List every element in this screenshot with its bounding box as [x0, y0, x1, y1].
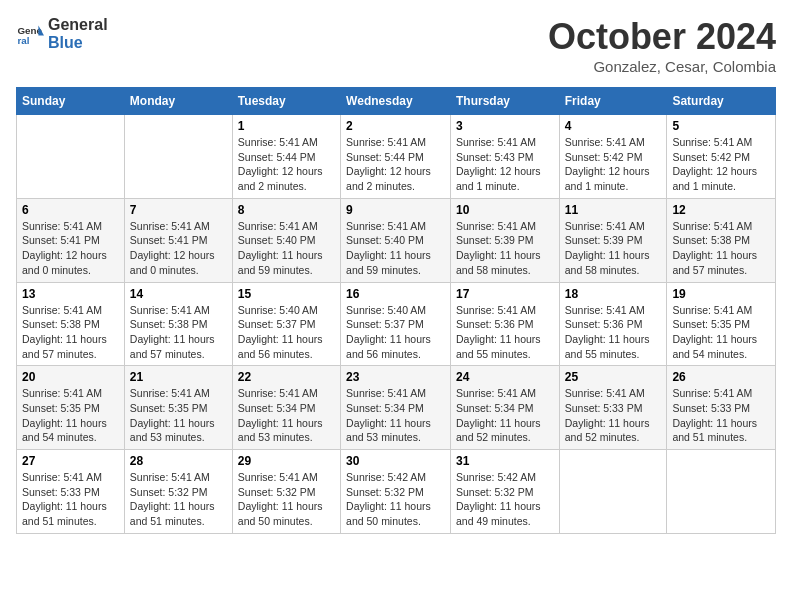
- calendar-body: 1Sunrise: 5:41 AM Sunset: 5:44 PM Daylig…: [17, 115, 776, 534]
- day-info: Sunrise: 5:41 AM Sunset: 5:42 PM Dayligh…: [672, 135, 770, 194]
- day-number: 25: [565, 370, 662, 384]
- day-info: Sunrise: 5:41 AM Sunset: 5:33 PM Dayligh…: [22, 470, 119, 529]
- weekday-header-monday: Monday: [124, 88, 232, 115]
- calendar-cell: [17, 115, 125, 199]
- calendar-cell: 1Sunrise: 5:41 AM Sunset: 5:44 PM Daylig…: [232, 115, 340, 199]
- calendar-header: SundayMondayTuesdayWednesdayThursdayFrid…: [17, 88, 776, 115]
- day-info: Sunrise: 5:41 AM Sunset: 5:35 PM Dayligh…: [672, 303, 770, 362]
- day-info: Sunrise: 5:40 AM Sunset: 5:37 PM Dayligh…: [238, 303, 335, 362]
- day-number: 8: [238, 203, 335, 217]
- calendar-week-3: 13Sunrise: 5:41 AM Sunset: 5:38 PM Dayli…: [17, 282, 776, 366]
- day-info: Sunrise: 5:41 AM Sunset: 5:35 PM Dayligh…: [22, 386, 119, 445]
- day-info: Sunrise: 5:41 AM Sunset: 5:32 PM Dayligh…: [238, 470, 335, 529]
- day-info: Sunrise: 5:41 AM Sunset: 5:38 PM Dayligh…: [22, 303, 119, 362]
- calendar-cell: 8Sunrise: 5:41 AM Sunset: 5:40 PM Daylig…: [232, 198, 340, 282]
- day-number: 19: [672, 287, 770, 301]
- calendar-cell: 3Sunrise: 5:41 AM Sunset: 5:43 PM Daylig…: [450, 115, 559, 199]
- calendar-cell: 31Sunrise: 5:42 AM Sunset: 5:32 PM Dayli…: [450, 450, 559, 534]
- day-number: 29: [238, 454, 335, 468]
- day-number: 21: [130, 370, 227, 384]
- day-info: Sunrise: 5:41 AM Sunset: 5:35 PM Dayligh…: [130, 386, 227, 445]
- day-info: Sunrise: 5:41 AM Sunset: 5:41 PM Dayligh…: [22, 219, 119, 278]
- day-number: 1: [238, 119, 335, 133]
- calendar-cell: 21Sunrise: 5:41 AM Sunset: 5:35 PM Dayli…: [124, 366, 232, 450]
- month-title: October 2024: [548, 16, 776, 58]
- logo-icon: Gene ral: [16, 20, 44, 48]
- day-info: Sunrise: 5:42 AM Sunset: 5:32 PM Dayligh…: [346, 470, 445, 529]
- calendar-cell: 10Sunrise: 5:41 AM Sunset: 5:39 PM Dayli…: [450, 198, 559, 282]
- calendar-cell: 23Sunrise: 5:41 AM Sunset: 5:34 PM Dayli…: [341, 366, 451, 450]
- day-number: 31: [456, 454, 554, 468]
- day-number: 30: [346, 454, 445, 468]
- calendar-cell: 6Sunrise: 5:41 AM Sunset: 5:41 PM Daylig…: [17, 198, 125, 282]
- day-number: 27: [22, 454, 119, 468]
- day-number: 5: [672, 119, 770, 133]
- day-info: Sunrise: 5:41 AM Sunset: 5:43 PM Dayligh…: [456, 135, 554, 194]
- day-info: Sunrise: 5:40 AM Sunset: 5:37 PM Dayligh…: [346, 303, 445, 362]
- day-info: Sunrise: 5:41 AM Sunset: 5:33 PM Dayligh…: [672, 386, 770, 445]
- day-info: Sunrise: 5:41 AM Sunset: 5:33 PM Dayligh…: [565, 386, 662, 445]
- title-block: October 2024 Gonzalez, Cesar, Colombia: [548, 16, 776, 75]
- day-number: 18: [565, 287, 662, 301]
- calendar-week-4: 20Sunrise: 5:41 AM Sunset: 5:35 PM Dayli…: [17, 366, 776, 450]
- location-title: Gonzalez, Cesar, Colombia: [548, 58, 776, 75]
- calendar-week-1: 1Sunrise: 5:41 AM Sunset: 5:44 PM Daylig…: [17, 115, 776, 199]
- day-number: 3: [456, 119, 554, 133]
- day-number: 28: [130, 454, 227, 468]
- calendar-cell: 28Sunrise: 5:41 AM Sunset: 5:32 PM Dayli…: [124, 450, 232, 534]
- svg-text:ral: ral: [17, 35, 29, 46]
- day-info: Sunrise: 5:41 AM Sunset: 5:32 PM Dayligh…: [130, 470, 227, 529]
- calendar-cell: 14Sunrise: 5:41 AM Sunset: 5:38 PM Dayli…: [124, 282, 232, 366]
- calendar-week-2: 6Sunrise: 5:41 AM Sunset: 5:41 PM Daylig…: [17, 198, 776, 282]
- day-info: Sunrise: 5:41 AM Sunset: 5:34 PM Dayligh…: [346, 386, 445, 445]
- weekday-header-sunday: Sunday: [17, 88, 125, 115]
- calendar-cell: [124, 115, 232, 199]
- calendar-cell: 27Sunrise: 5:41 AM Sunset: 5:33 PM Dayli…: [17, 450, 125, 534]
- day-info: Sunrise: 5:41 AM Sunset: 5:42 PM Dayligh…: [565, 135, 662, 194]
- calendar-cell: 19Sunrise: 5:41 AM Sunset: 5:35 PM Dayli…: [667, 282, 776, 366]
- calendar-cell: 9Sunrise: 5:41 AM Sunset: 5:40 PM Daylig…: [341, 198, 451, 282]
- weekday-header-thursday: Thursday: [450, 88, 559, 115]
- day-info: Sunrise: 5:41 AM Sunset: 5:40 PM Dayligh…: [238, 219, 335, 278]
- weekday-header-friday: Friday: [559, 88, 667, 115]
- day-number: 7: [130, 203, 227, 217]
- day-number: 15: [238, 287, 335, 301]
- day-number: 4: [565, 119, 662, 133]
- day-number: 22: [238, 370, 335, 384]
- day-info: Sunrise: 5:41 AM Sunset: 5:38 PM Dayligh…: [672, 219, 770, 278]
- calendar-cell: 30Sunrise: 5:42 AM Sunset: 5:32 PM Dayli…: [341, 450, 451, 534]
- day-number: 12: [672, 203, 770, 217]
- day-number: 2: [346, 119, 445, 133]
- calendar-cell: 22Sunrise: 5:41 AM Sunset: 5:34 PM Dayli…: [232, 366, 340, 450]
- calendar-cell: [667, 450, 776, 534]
- weekday-header-tuesday: Tuesday: [232, 88, 340, 115]
- calendar-cell: 12Sunrise: 5:41 AM Sunset: 5:38 PM Dayli…: [667, 198, 776, 282]
- day-info: Sunrise: 5:41 AM Sunset: 5:39 PM Dayligh…: [456, 219, 554, 278]
- day-info: Sunrise: 5:41 AM Sunset: 5:40 PM Dayligh…: [346, 219, 445, 278]
- calendar-cell: 5Sunrise: 5:41 AM Sunset: 5:42 PM Daylig…: [667, 115, 776, 199]
- calendar-cell: [559, 450, 667, 534]
- page-header: Gene ral General Blue October 2024 Gonza…: [16, 16, 776, 75]
- logo: Gene ral General Blue: [16, 16, 108, 52]
- calendar-cell: 26Sunrise: 5:41 AM Sunset: 5:33 PM Dayli…: [667, 366, 776, 450]
- day-info: Sunrise: 5:41 AM Sunset: 5:34 PM Dayligh…: [456, 386, 554, 445]
- day-number: 10: [456, 203, 554, 217]
- calendar-cell: 25Sunrise: 5:41 AM Sunset: 5:33 PM Dayli…: [559, 366, 667, 450]
- day-info: Sunrise: 5:41 AM Sunset: 5:36 PM Dayligh…: [565, 303, 662, 362]
- day-info: Sunrise: 5:41 AM Sunset: 5:38 PM Dayligh…: [130, 303, 227, 362]
- day-number: 11: [565, 203, 662, 217]
- day-number: 9: [346, 203, 445, 217]
- calendar-cell: 17Sunrise: 5:41 AM Sunset: 5:36 PM Dayli…: [450, 282, 559, 366]
- calendar-week-5: 27Sunrise: 5:41 AM Sunset: 5:33 PM Dayli…: [17, 450, 776, 534]
- calendar-table: SundayMondayTuesdayWednesdayThursdayFrid…: [16, 87, 776, 534]
- day-info: Sunrise: 5:41 AM Sunset: 5:39 PM Dayligh…: [565, 219, 662, 278]
- logo-general-text: General: [48, 16, 108, 33]
- day-info: Sunrise: 5:41 AM Sunset: 5:44 PM Dayligh…: [346, 135, 445, 194]
- calendar-cell: 13Sunrise: 5:41 AM Sunset: 5:38 PM Dayli…: [17, 282, 125, 366]
- calendar-cell: 11Sunrise: 5:41 AM Sunset: 5:39 PM Dayli…: [559, 198, 667, 282]
- calendar-cell: 20Sunrise: 5:41 AM Sunset: 5:35 PM Dayli…: [17, 366, 125, 450]
- weekday-header-saturday: Saturday: [667, 88, 776, 115]
- calendar-cell: 7Sunrise: 5:41 AM Sunset: 5:41 PM Daylig…: [124, 198, 232, 282]
- day-number: 17: [456, 287, 554, 301]
- calendar-cell: 24Sunrise: 5:41 AM Sunset: 5:34 PM Dayli…: [450, 366, 559, 450]
